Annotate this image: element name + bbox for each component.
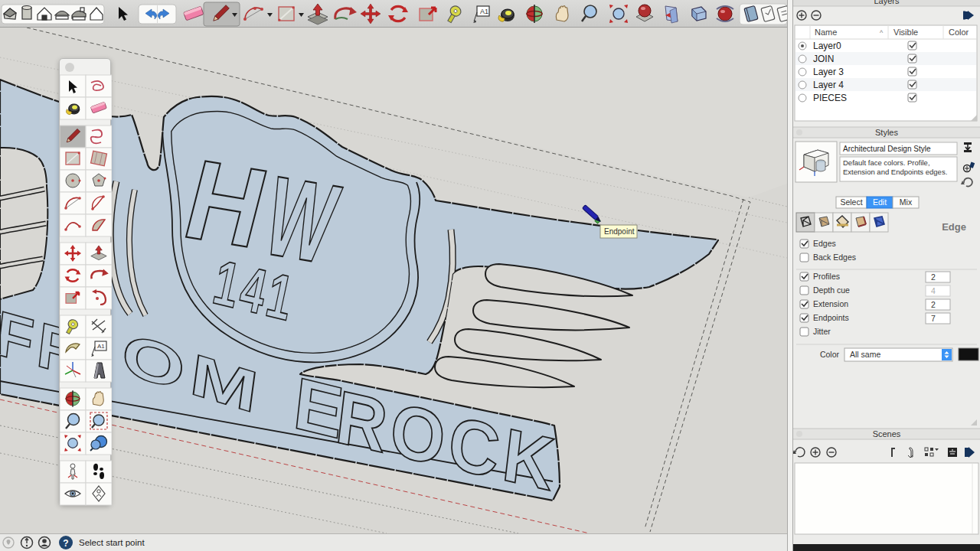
- svg-text:Extension and Endpoints edges.: Extension and Endpoints edges.: [843, 168, 947, 176]
- svg-text:2: 2: [931, 300, 936, 309]
- svg-text:Depth cue: Depth cue: [813, 285, 850, 295]
- svg-text:Edge: Edge: [942, 221, 966, 233]
- svg-text:A1: A1: [480, 8, 488, 15]
- svg-text:All same: All same: [850, 350, 880, 359]
- svg-text:Scenes: Scenes: [873, 429, 901, 439]
- svg-text:Architectural Design Style: Architectural Design Style: [843, 145, 931, 153]
- svg-text:Profiles: Profiles: [813, 272, 840, 281]
- svg-text:Back Edges: Back Edges: [813, 253, 856, 262]
- svg-text:Color: Color: [820, 350, 840, 359]
- svg-text:Select: Select: [840, 197, 862, 207]
- svg-text:Color: Color: [949, 28, 969, 37]
- svg-text:2: 2: [931, 272, 936, 282]
- svg-text:Layer 3: Layer 3: [813, 67, 844, 77]
- svg-text:Endpoint: Endpoint: [604, 227, 635, 236]
- svg-text:PIECES: PIECES: [813, 93, 847, 103]
- svg-text:Extension: Extension: [813, 299, 848, 308]
- svg-text:Layers: Layers: [874, 0, 900, 5]
- svg-text:Layer0: Layer0: [813, 41, 841, 51]
- svg-text:Select start point: Select start point: [79, 538, 145, 547]
- svg-text:Edit: Edit: [873, 197, 887, 207]
- svg-text:?: ?: [63, 538, 68, 549]
- svg-text:Styles: Styles: [875, 128, 898, 137]
- svg-text:Layer 4: Layer 4: [813, 80, 844, 90]
- svg-text:4: 4: [931, 286, 936, 295]
- svg-text:Default face colors. Profile,: Default face colors. Profile,: [843, 158, 930, 167]
- svg-text:JOIN: JOIN: [813, 54, 834, 64]
- svg-text:7: 7: [931, 314, 936, 323]
- svg-text:Visible: Visible: [893, 28, 918, 37]
- svg-text:Jitter: Jitter: [813, 327, 831, 336]
- svg-text:Name: Name: [815, 28, 837, 37]
- svg-text:A1: A1: [97, 343, 105, 350]
- svg-text:Endpoints: Endpoints: [813, 313, 849, 322]
- svg-text:Mix: Mix: [900, 197, 913, 207]
- svg-text:Edges: Edges: [813, 239, 836, 248]
